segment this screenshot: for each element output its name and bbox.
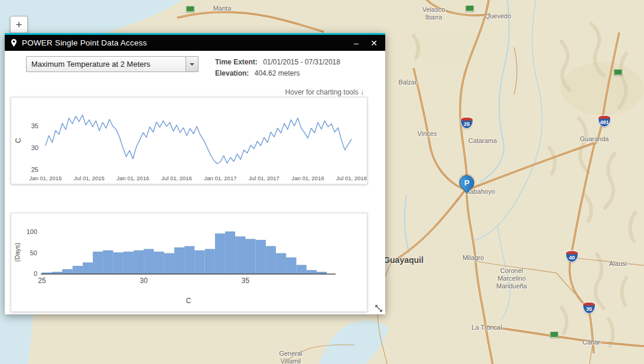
histogram-chart[interactable]: 050100253035(Days)C xyxy=(11,213,367,312)
resize-handle-icon[interactable] xyxy=(375,304,383,313)
dialog-title: POWER Single Point Data Access xyxy=(22,38,345,47)
parameter-select-value: Maximum Temperature at 2 Meters xyxy=(27,57,186,72)
time-extent-value: 01/01/2015 - 07/31/2018 xyxy=(263,58,340,66)
svg-text:35: 35 xyxy=(242,277,250,285)
info-block: Time Extent: 01/01/2015 - 07/31/2018 Ele… xyxy=(215,57,340,79)
svg-text:30: 30 xyxy=(31,144,38,151)
zoom-in-button[interactable]: + xyxy=(10,16,28,33)
svg-text:C: C xyxy=(186,297,191,305)
elevation-value: 404.62 meters xyxy=(255,69,300,77)
svg-text:C: C xyxy=(14,138,22,143)
svg-text:25: 25 xyxy=(38,277,46,285)
timeseries-chart-canvas[interactable]: 253035CJan 01, 2015Jul 01, 2015Jan 01, 2… xyxy=(11,98,367,184)
svg-text:30: 30 xyxy=(140,277,148,285)
svg-text:(Days): (Days) xyxy=(14,243,21,262)
svg-text:50: 50 xyxy=(30,249,37,256)
location-pin-icon xyxy=(11,38,17,47)
svg-text:Jul 01, 2015: Jul 01, 2015 xyxy=(74,175,105,181)
power-dialog: POWER Single Point Data Access – ✕ Maxim… xyxy=(5,33,385,314)
svg-text:Jan 01, 2016: Jan 01, 2016 xyxy=(117,175,149,181)
terrain-patch xyxy=(561,62,644,115)
histogram-chart-canvas[interactable]: 050100253035(Days)C xyxy=(11,213,367,311)
svg-text:0: 0 xyxy=(34,270,37,277)
close-button[interactable]: ✕ xyxy=(367,37,380,50)
parameter-select[interactable]: Maximum Temperature at 2 Meters xyxy=(26,56,199,72)
svg-text:100: 100 xyxy=(27,228,37,235)
svg-text:Jul 01, 2018: Jul 01, 2018 xyxy=(336,175,367,181)
hover-hint-text: Hover for charting tools ↓ xyxy=(285,88,364,96)
svg-text:Jul 01, 2016: Jul 01, 2016 xyxy=(161,175,192,181)
svg-text:Jul 01, 2017: Jul 01, 2017 xyxy=(249,175,279,181)
poi-marker-letter: P xyxy=(460,176,474,190)
time-extent-label: Time Extent: xyxy=(215,58,258,66)
map-app: MantaVelascoIbarraQuevedoBalzarVincesCat… xyxy=(0,0,644,364)
svg-text:35: 35 xyxy=(31,122,38,129)
svg-text:25: 25 xyxy=(31,166,38,173)
svg-text:Jan 01, 2017: Jan 01, 2017 xyxy=(204,175,237,181)
svg-text:Jan 01, 2015: Jan 01, 2015 xyxy=(30,175,62,181)
dropdown-arrow-icon[interactable] xyxy=(186,57,198,72)
svg-text:Jan 01, 2018: Jan 01, 2018 xyxy=(292,175,324,181)
dialog-body: Maximum Temperature at 2 Meters Time Ext… xyxy=(5,51,385,314)
elevation-label: Elevation: xyxy=(215,69,249,77)
minimize-button[interactable]: – xyxy=(350,37,363,50)
timeseries-chart[interactable]: 253035CJan 01, 2015Jul 01, 2015Jan 01, 2… xyxy=(11,97,367,184)
dialog-titlebar[interactable]: POWER Single Point Data Access – ✕ xyxy=(5,35,385,51)
